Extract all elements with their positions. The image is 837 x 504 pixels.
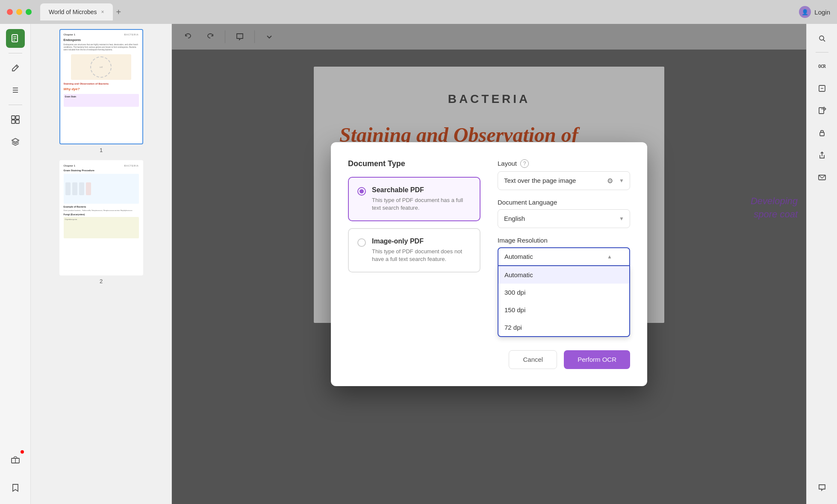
thumb-content-2: Chapter 1 BACTERIA Gram Staining Procedu… — [60, 161, 142, 275]
maximize-button[interactable] — [26, 9, 32, 15]
image-only-pdf-info: Image-only PDF This type of PDF document… — [372, 237, 471, 263]
dialog-right: Layout ? Text over the page image ▼ ⚙ — [498, 159, 630, 340]
share-icon[interactable] — [813, 146, 831, 164]
window-controls — [7, 9, 32, 15]
mail-icon[interactable] — [813, 168, 831, 187]
sidebar-item-layers[interactable] — [6, 132, 25, 151]
cancel-button[interactable]: Cancel — [509, 350, 557, 369]
resolution-dropdown[interactable]: Automatic ▲ Automatic 300 dpi — [498, 247, 630, 266]
thumb-image-2[interactable]: Chapter 1 BACTERIA Gram Staining Procedu… — [59, 160, 143, 275]
dialog-overlay: Document Type Searchable PDF This type o… — [172, 24, 806, 504]
resolution-option-72dpi[interactable]: 72 dpi — [498, 319, 629, 336]
ocr-icon[interactable]: OCR — [813, 57, 831, 76]
svg-point-15 — [819, 36, 824, 40]
active-tab[interactable]: World of Microbes × — [40, 3, 113, 21]
document-export-icon[interactable] — [813, 101, 831, 120]
document-type-label: Document Type — [348, 159, 480, 168]
search-icon[interactable] — [813, 29, 831, 48]
thumb-label-1: 1 — [100, 147, 103, 153]
resolution-trigger[interactable]: Automatic ▲ — [498, 247, 630, 266]
sidebar-item-list[interactable] — [6, 81, 25, 100]
resolution-option-300dpi[interactable]: 300 dpi — [498, 284, 629, 301]
app-body: Chapter 1 BACTERIA Endospores Endospores… — [0, 24, 837, 504]
layout-select-wrapper: Text over the page image ▼ ⚙ — [498, 171, 630, 190]
sidebar-icons — [0, 24, 31, 504]
svg-rect-9 — [16, 116, 19, 119]
radio-inner — [360, 189, 364, 193]
main-content-area: BACTERIA Staining and Observation of Bac… — [172, 24, 806, 504]
image-only-pdf-name: Image-only PDF — [372, 237, 471, 245]
notification-badge — [21, 450, 24, 454]
searchable-pdf-desc: This type of PDF document has a full tex… — [372, 196, 471, 212]
close-button[interactable] — [7, 9, 13, 15]
sidebar-divider-1 — [9, 53, 22, 53]
dialog-columns: Document Type Searchable PDF This type o… — [348, 159, 630, 340]
searchable-pdf-card[interactable]: Searchable PDF This type of PDF document… — [348, 177, 480, 221]
sidebar-item-document[interactable] — [6, 29, 25, 48]
sidebar-item-pages[interactable] — [6, 110, 25, 129]
dialog-actions: Cancel Perform OCR — [348, 350, 630, 369]
svg-line-16 — [823, 40, 825, 41]
svg-rect-8 — [12, 116, 15, 119]
perform-ocr-button[interactable]: Perform OCR — [564, 350, 630, 369]
language-select-wrapper: English ▼ — [498, 209, 630, 228]
comment-panel-icon[interactable] — [813, 478, 831, 497]
layout-settings-icon[interactable]: ⚙ — [607, 176, 613, 185]
svg-rect-19 — [819, 108, 824, 114]
sidebar-item-bookmark[interactable] — [6, 478, 25, 497]
lock-icon[interactable] — [813, 123, 831, 142]
tab-title: World of Microbes — [49, 9, 97, 15]
minimize-button[interactable] — [16, 9, 22, 15]
searchable-pdf-name: Searchable PDF — [372, 186, 471, 194]
sidebar-divider-2 — [9, 105, 22, 105]
right-toolbar-divider-1 — [816, 52, 828, 53]
tab-close-button[interactable]: × — [101, 9, 104, 15]
login-label: Login — [814, 9, 830, 16]
searchable-pdf-info: Searchable PDF This type of PDF document… — [372, 186, 471, 212]
titlebar: World of Microbes × + 👤 Login — [0, 0, 837, 24]
resolution-option-150dpi[interactable]: 150 dpi — [498, 301, 629, 319]
thumbnail-panel[interactable]: Chapter 1 BACTERIA Endospores Endospores… — [31, 24, 172, 504]
resolution-dropdown-arrow: ▲ — [607, 254, 612, 260]
resolution-option-automatic[interactable]: Automatic — [498, 266, 629, 284]
layout-help-icon[interactable]: ? — [520, 159, 529, 168]
thumbnail-page-2[interactable]: Chapter 1 BACTERIA Gram Staining Procedu… — [36, 160, 166, 284]
resolution-row: Image Resolution Automatic ▲ Automatic — [498, 237, 630, 266]
thumb-content-1: Chapter 1 BACTERIA Endospores Endospores… — [60, 30, 142, 144]
layout-label: Layout ? — [498, 159, 630, 168]
tab-bar: World of Microbes × + — [40, 3, 799, 21]
searchable-radio[interactable] — [357, 187, 366, 196]
resolution-label: Image Resolution — [498, 237, 630, 244]
thumb-label-2: 2 — [100, 278, 103, 284]
scan-icon[interactable] — [813, 79, 831, 98]
svg-rect-21 — [820, 132, 824, 136]
image-only-pdf-desc: This type of PDF document does not have … — [372, 248, 471, 263]
image-only-radio[interactable] — [357, 238, 366, 247]
svg-rect-11 — [16, 120, 19, 123]
thumb-image-1[interactable]: Chapter 1 BACTERIA Endospores Endospores… — [59, 29, 143, 144]
resolution-dropdown-list: Automatic 300 dpi 150 dpi — [498, 266, 630, 337]
svg-rect-10 — [12, 120, 15, 123]
sidebar-item-brush[interactable] — [6, 59, 25, 77]
resolution-current-value: Automatic — [504, 253, 533, 260]
language-label: Document Language — [498, 199, 630, 206]
login-button[interactable]: 👤 Login — [799, 6, 830, 18]
layout-row: Layout ? Text over the page image ▼ ⚙ — [498, 159, 630, 190]
new-tab-button[interactable]: + — [116, 7, 121, 17]
dialog-left: Document Type Searchable PDF This type o… — [348, 159, 480, 340]
ocr-dialog: Document Type Searchable PDF This type o… — [331, 142, 647, 386]
language-row: Document Language English ▼ — [498, 199, 630, 228]
thumbnail-page-1[interactable]: Chapter 1 BACTERIA Endospores Endospores… — [36, 29, 166, 153]
right-toolbar: OCR — [806, 24, 837, 504]
language-select[interactable]: English — [498, 209, 630, 228]
sidebar-item-gift[interactable] — [6, 449, 25, 468]
avatar: 👤 — [799, 6, 811, 18]
image-only-pdf-card[interactable]: Image-only PDF This type of PDF document… — [348, 228, 480, 273]
